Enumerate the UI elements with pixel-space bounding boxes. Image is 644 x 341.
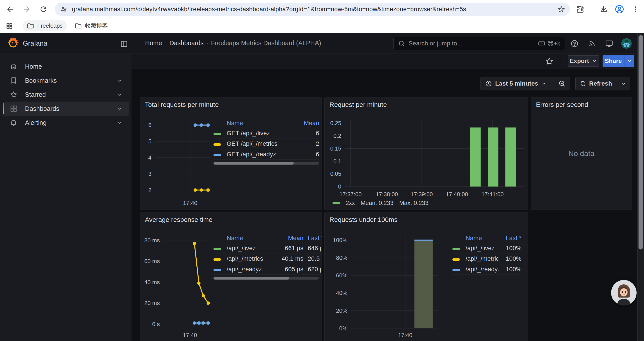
sidebar-item-home[interactable]: Home — [3, 60, 129, 74]
news-rss-icon[interactable] — [588, 40, 596, 48]
legend-row[interactable]: /api/_/readyz 605 µs 620 µs — [214, 264, 322, 274]
legend-row[interactable]: /api/_/livez 100% — [452, 243, 522, 253]
svg-text:40%: 40% — [336, 290, 348, 296]
panel-title[interactable]: Requests under 100ms — [330, 216, 398, 223]
bookmark-folder-blogs[interactable]: 收藏博客 — [70, 20, 112, 31]
series-color-pill — [214, 143, 221, 146]
chevron-down-icon[interactable] — [116, 92, 123, 98]
share-button[interactable]: Share — [602, 55, 624, 67]
bookmark-star-icon[interactable] — [557, 5, 566, 14]
legend-row[interactable]: /api/_/readyz 100% — [452, 264, 522, 274]
chevron-down-icon — [621, 81, 626, 87]
svg-text:17:37:00: 17:37:00 — [340, 191, 362, 197]
svg-text:2: 2 — [148, 187, 152, 193]
svg-text:17:39:00: 17:39:00 — [410, 191, 433, 197]
svg-text:0.2: 0.2 — [334, 133, 341, 139]
legend-col-last[interactable]: Last * — [303, 235, 322, 242]
chevron-down-icon[interactable] — [116, 106, 123, 112]
legend-scrollbar-thumb[interactable] — [214, 277, 289, 279]
panel-requests-under-100ms: Requests under 100ms 100%80%60%40%20%0%1… — [324, 212, 528, 341]
legend-row[interactable]: GET /api/_/livez 6 — [214, 128, 319, 138]
bookmark-folder-label: 收藏博客 — [85, 22, 108, 30]
legend-scrollbar[interactable] — [214, 162, 319, 165]
sidebar-toggle-icon[interactable] — [120, 40, 128, 48]
extensions-icon[interactable] — [573, 2, 587, 16]
browser-menu-icon[interactable] — [629, 2, 643, 16]
series-color-pill — [452, 269, 460, 271]
search-icon — [398, 40, 405, 47]
reload-icon[interactable] — [36, 2, 50, 16]
timeseries-chart[interactable]: 80 ms60 ms40 ms20 ms0 s17:40 — [144, 231, 212, 339]
legend-row[interactable]: /api/_/metrics 100% — [452, 253, 522, 264]
share-dropdown-button[interactable] — [624, 55, 634, 67]
panel-legend: Name Mean Last * /api/_/livez 661 µs 646… — [214, 233, 322, 279]
actions-separator — [564, 57, 564, 65]
svg-text:0.25: 0.25 — [330, 120, 341, 126]
chevron-down-icon[interactable] — [116, 120, 123, 126]
zoom-out-button[interactable] — [554, 77, 570, 90]
svg-text:0%: 0% — [339, 325, 348, 331]
help-icon[interactable] — [570, 40, 579, 48]
url-bar[interactable]: grafana.mathmast.com/d/deytv4rwavabkb/fr… — [55, 3, 570, 16]
legend-row[interactable]: GET /api/_/metrics 2 — [214, 138, 319, 149]
favorite-star-icon[interactable] — [545, 57, 554, 66]
legend-row[interactable]: /api/_/livez 661 µs 646 µs — [214, 243, 322, 253]
svg-text:6: 6 — [148, 122, 152, 128]
user-avatar[interactable] — [621, 38, 632, 49]
legend-col-name[interactable]: Name — [226, 120, 291, 127]
bookmark-folder-freeleaps[interactable]: Freeleaps — [23, 21, 67, 31]
chevron-down-icon[interactable] — [116, 78, 123, 84]
timeseries-chart[interactable]: 6543217:40 — [144, 116, 212, 207]
legend-col-name[interactable]: Name — [465, 235, 498, 242]
apps-grid-icon[interactable] — [6, 22, 13, 30]
legend-row[interactable]: /api/_/metrics 40.1 ms 20.5 ms — [214, 253, 322, 264]
legend-header: Name Mean Last * — [214, 233, 322, 243]
time-range-label: Last 5 minutes — [495, 80, 538, 87]
sidebar-item-label: Dashboards — [25, 105, 59, 112]
star-icon — [10, 91, 18, 99]
refresh-button[interactable]: Refresh — [576, 77, 616, 90]
screen: grafana.mathmast.com/d/deytv4rwavabkb/fr… — [0, 0, 644, 341]
breadcrumb-dashboards[interactable]: Dashboards — [170, 40, 204, 47]
chevron-down-icon — [592, 58, 597, 64]
legend-scrollbar[interactable] — [214, 277, 319, 279]
series-max: Max: 0.233 — [399, 200, 428, 206]
series-mean: Mean: 0.233 — [360, 200, 394, 206]
profile-icon[interactable] — [612, 2, 626, 16]
home-icon — [10, 63, 18, 71]
download-icon[interactable] — [597, 2, 611, 16]
panel-title[interactable]: Request per minute — [330, 101, 387, 108]
legend-scrollbar-thumb[interactable] — [214, 162, 294, 165]
breadcrumb-home[interactable]: Home — [145, 40, 162, 47]
bar-chart[interactable]: 00.050.10.150.20.2517:37:0017:38:0017:39… — [328, 116, 526, 198]
sidebar-item-bookmarks[interactable]: Bookmarks — [3, 74, 129, 88]
scrollbar-thumb[interactable] — [638, 35, 643, 249]
site-settings-icon[interactable] — [60, 5, 68, 13]
monitor-icon[interactable] — [605, 40, 613, 48]
page-scrollbar[interactable] — [638, 33, 644, 341]
grafana-logo[interactable] — [6, 37, 20, 51]
sidebar-item-alerting[interactable]: Alerting — [3, 116, 129, 130]
export-button[interactable]: Export — [568, 55, 599, 67]
sidebar-item-dashboards[interactable]: Dashboards — [3, 102, 129, 116]
panel-legend[interactable]: 2xx Mean: 0.233 Max: 0.233 — [332, 200, 428, 206]
assistant-avatar[interactable] — [611, 280, 636, 305]
grafana-app: Grafana Home › Dashboards › Freeleaps Me… — [0, 33, 644, 341]
refresh-interval-dropdown[interactable] — [616, 77, 631, 90]
legend-col-last[interactable]: Last * — [498, 235, 522, 242]
panel-title[interactable]: Average response time — [145, 216, 212, 223]
legend-col-mean[interactable]: Mean — [291, 120, 319, 127]
column-chart[interactable]: 100%80%60%40%20%0%17:40 — [329, 231, 439, 339]
legend-col-name[interactable]: Name — [226, 235, 275, 242]
legend-row[interactable]: GET /api/_/readyz 6 — [214, 149, 319, 159]
time-range-picker[interactable]: Last 5 minutes — [481, 77, 554, 90]
back-icon[interactable] — [3, 2, 17, 16]
legend-header: Name Last * — [452, 233, 522, 243]
bookmarks-separator — [19, 22, 19, 30]
panel-title[interactable]: Total requests per minute — [145, 101, 219, 108]
legend-col-mean[interactable]: Mean — [275, 235, 303, 242]
search-input[interactable]: Search or jump to... ⌘+k — [394, 37, 565, 50]
series-name: 2xx — [346, 200, 355, 206]
forward-icon[interactable] — [20, 2, 34, 16]
sidebar-item-starred[interactable]: Starred — [3, 88, 129, 102]
